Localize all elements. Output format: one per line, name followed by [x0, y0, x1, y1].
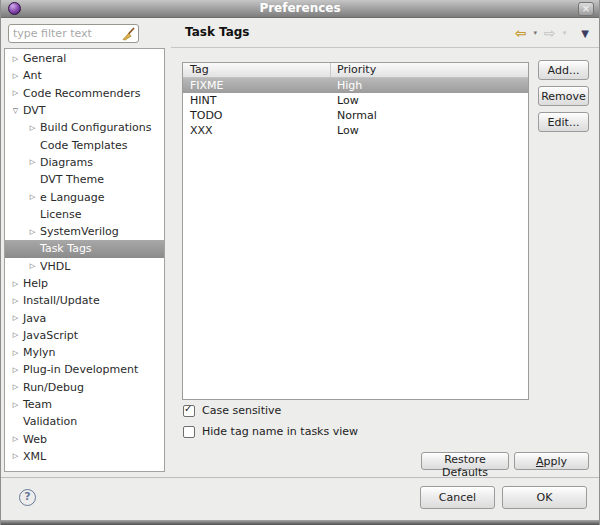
- help-button[interactable]: ?: [19, 489, 36, 506]
- sidebar-item-general[interactable]: ▷General: [5, 50, 164, 67]
- sidebar-item-help[interactable]: ▷Help: [5, 275, 164, 292]
- table-header: Tag Priority: [183, 63, 528, 78]
- sidebar-item-license[interactable]: License: [5, 206, 164, 223]
- sidebar-item-team[interactable]: ▷Team: [5, 396, 164, 413]
- restore-defaults-button[interactable]: Restore Defaults: [421, 452, 509, 470]
- check-icon: ✓: [184, 403, 192, 414]
- dialog-body: ▷General ▷Ant ▷Code Recommenders ▽DVT ▷B…: [1, 18, 599, 477]
- page-title: Task Tags: [185, 25, 250, 39]
- checkbox-box[interactable]: [183, 426, 195, 438]
- expander-icon[interactable]: ▷: [10, 435, 21, 443]
- hide-tag-name-checkbox[interactable]: Hide tag name in tasks view: [183, 425, 358, 438]
- window-title: Preferences: [1, 1, 599, 15]
- sidebar-item-javascript[interactable]: ▷JavaScript: [5, 327, 164, 344]
- expander-icon[interactable]: ▷: [10, 72, 21, 80]
- sidebar-item-web[interactable]: ▷Web: [5, 431, 164, 448]
- expander-icon[interactable]: ▷: [10, 314, 21, 322]
- expander-icon[interactable]: ▽: [10, 107, 21, 115]
- sidebar-item-xml[interactable]: ▷XML: [5, 448, 164, 465]
- checkbox-box[interactable]: ✓: [183, 405, 195, 417]
- filter-box: [8, 24, 139, 43]
- apply-button[interactable]: Apply: [514, 452, 589, 470]
- expander-icon[interactable]: ▷: [10, 349, 21, 357]
- expander-icon[interactable]: ▷: [10, 383, 21, 391]
- column-header-tag[interactable]: Tag: [183, 63, 331, 77]
- clear-filter-icon[interactable]: [122, 27, 135, 41]
- sidebar-item-plug-in-development[interactable]: ▷Plug-in Development: [5, 361, 164, 378]
- expander-icon[interactable]: ▷: [10, 366, 21, 374]
- remove-button[interactable]: Remove: [538, 86, 589, 106]
- close-icon: ×: [582, 3, 590, 14]
- header-toolbar: ⇦ ▾ ⇨ ▾ ▼: [515, 18, 589, 48]
- question-mark-icon: ?: [24, 490, 30, 503]
- window-bottom-edge: [1, 520, 599, 525]
- expander-icon[interactable]: ▷: [10, 331, 21, 339]
- column-header-priority[interactable]: Priority: [331, 63, 528, 77]
- sidebar-item-build-configurations[interactable]: ▷Build Configurations: [5, 119, 164, 136]
- sidebar-item-dvt[interactable]: ▽DVT: [5, 102, 164, 119]
- case-sensitive-checkbox[interactable]: ✓ Case sensitive: [183, 404, 281, 417]
- close-button[interactable]: ×: [578, 2, 594, 16]
- forward-icon[interactable]: ⇨: [544, 25, 556, 41]
- back-dropdown-icon[interactable]: ▾: [534, 29, 538, 37]
- sidebar-item-validation[interactable]: Validation: [5, 413, 164, 430]
- expander-icon[interactable]: ▷: [10, 280, 21, 288]
- sidebar-item-ant[interactable]: ▷Ant: [5, 67, 164, 84]
- view-menu-icon[interactable]: ▼: [581, 28, 589, 39]
- task-tags-panel: Task Tags ⇦ ▾ ⇨ ▾ ▼ Tag Priority FIXME: [171, 18, 599, 477]
- table-row-xxx[interactable]: XXX Low: [183, 123, 528, 138]
- forward-dropdown-icon[interactable]: ▾: [563, 29, 567, 37]
- expander-icon[interactable]: ▷: [10, 401, 21, 409]
- add-button[interactable]: Add...: [538, 60, 589, 80]
- table-row-hint[interactable]: HINT Low: [183, 93, 528, 108]
- table-row-fixme[interactable]: FIXME High: [183, 78, 528, 93]
- expander-icon[interactable]: ▷: [27, 158, 38, 166]
- sidebar-item-code-recommenders[interactable]: ▷Code Recommenders: [5, 85, 164, 102]
- expander-icon[interactable]: ▷: [10, 452, 21, 460]
- preferences-dialog: Preferences × ▷General ▷Ant ▷Code Recomm…: [0, 0, 600, 525]
- dialog-button-bar: ? Cancel OK: [1, 478, 599, 520]
- sidebar: ▷General ▷Ant ▷Code Recommenders ▽DVT ▷B…: [1, 18, 171, 477]
- ok-button[interactable]: OK: [502, 486, 587, 509]
- expander-icon[interactable]: ▷: [27, 193, 38, 201]
- sidebar-item-diagrams[interactable]: ▷Diagrams: [5, 154, 164, 171]
- sidebar-item-vhdl[interactable]: ▷VHDL: [5, 258, 164, 275]
- cancel-button[interactable]: Cancel: [420, 486, 495, 509]
- edit-button[interactable]: Edit...: [538, 112, 589, 132]
- panel-content: Tag Priority FIXME High HINT Low TODO No…: [171, 48, 599, 477]
- tags-table: Tag Priority FIXME High HINT Low TODO No…: [182, 62, 529, 400]
- sidebar-item-code-templates[interactable]: Code Templates: [5, 136, 164, 153]
- sidebar-item-mylyn[interactable]: ▷Mylyn: [5, 344, 164, 361]
- filter-input[interactable]: [13, 26, 115, 41]
- expander-icon[interactable]: ▷: [10, 297, 21, 305]
- expander-icon[interactable]: ▷: [27, 262, 38, 270]
- sidebar-item-java[interactable]: ▷Java: [5, 309, 164, 326]
- sidebar-item-e-language[interactable]: ▷e Language: [5, 188, 164, 205]
- expander-icon[interactable]: ▷: [27, 228, 38, 236]
- back-icon[interactable]: ⇦: [515, 25, 527, 41]
- titlebar: Preferences ×: [1, 0, 599, 18]
- checkbox-label: Case sensitive: [202, 404, 281, 417]
- sidebar-item-dvt-theme[interactable]: DVT Theme: [5, 171, 164, 188]
- expander-icon[interactable]: ▷: [10, 55, 21, 63]
- expander-icon[interactable]: ▷: [10, 89, 21, 97]
- checkbox-label: Hide tag name in tasks view: [202, 425, 358, 438]
- sidebar-item-task-tags[interactable]: Task Tags: [5, 240, 164, 257]
- sidebar-item-systemverilog[interactable]: ▷SystemVerilog: [5, 223, 164, 240]
- expander-icon[interactable]: ▷: [27, 124, 38, 132]
- sidebar-item-run-debug[interactable]: ▷Run/Debug: [5, 379, 164, 396]
- preferences-tree: ▷General ▷Ant ▷Code Recommenders ▽DVT ▷B…: [4, 48, 165, 472]
- sidebar-item-install-update[interactable]: ▷Install/Update: [5, 292, 164, 309]
- table-row-todo[interactable]: TODO Normal: [183, 108, 528, 123]
- panel-header: Task Tags ⇦ ▾ ⇨ ▾ ▼: [171, 18, 599, 48]
